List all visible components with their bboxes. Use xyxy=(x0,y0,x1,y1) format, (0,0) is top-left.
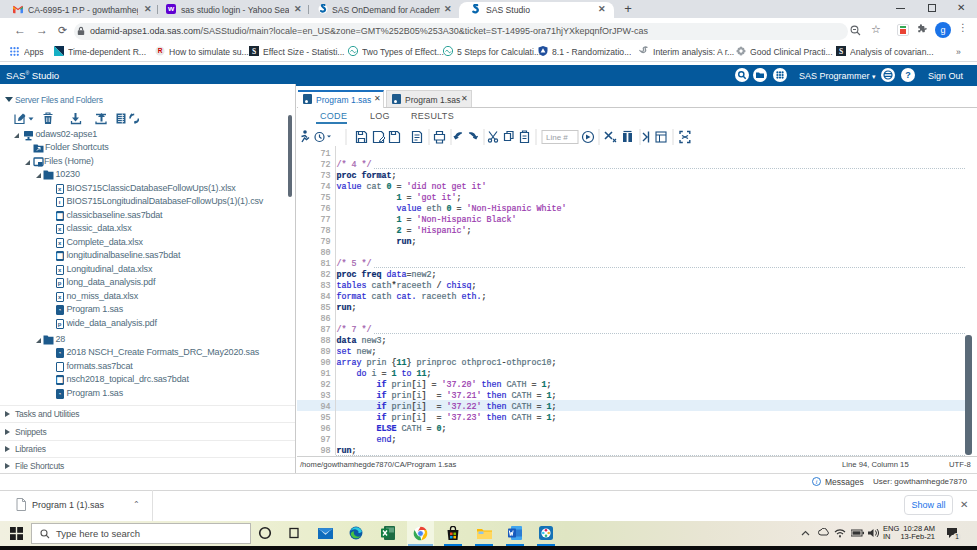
svg-text:Line #: Line # xyxy=(546,133,568,142)
svg-text:R: R xyxy=(158,47,163,54)
svg-text:S: S xyxy=(839,47,843,56)
svg-text:S: S xyxy=(252,47,256,56)
